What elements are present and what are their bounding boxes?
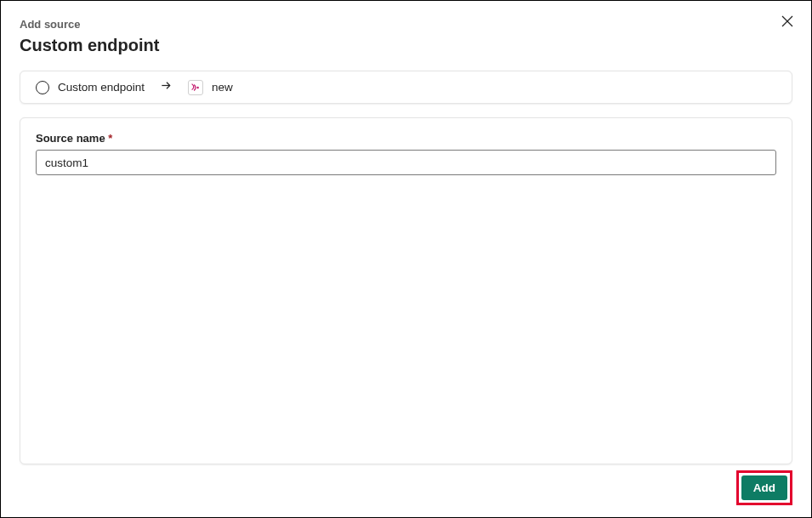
form-card: Source name * — [20, 117, 792, 464]
breadcrumb-step-label: Custom endpoint — [58, 81, 145, 94]
page-title: Custom endpoint — [20, 36, 792, 55]
required-indicator: * — [108, 132, 112, 145]
label-text: Source name — [36, 132, 105, 145]
breadcrumb: Custom endpoint new — [20, 71, 792, 104]
svg-point-3 — [196, 86, 198, 88]
add-button[interactable]: Add — [741, 475, 787, 500]
eventstream-icon — [188, 80, 203, 95]
add-button-highlight: Add — [736, 470, 792, 505]
breadcrumb-step-new[interactable]: new — [188, 80, 233, 95]
arrow-right-icon — [160, 79, 173, 95]
source-name-label: Source name * — [36, 132, 776, 145]
close-icon — [781, 14, 794, 28]
breadcrumb-step-label: new — [212, 81, 233, 94]
close-button[interactable] — [781, 14, 796, 30]
breadcrumb-step-custom-endpoint[interactable]: Custom endpoint — [36, 81, 145, 94]
footer-actions: Add — [736, 470, 792, 505]
source-name-input[interactable] — [36, 150, 776, 175]
page-subtitle: Add source — [20, 18, 792, 31]
circle-icon — [36, 81, 49, 94]
